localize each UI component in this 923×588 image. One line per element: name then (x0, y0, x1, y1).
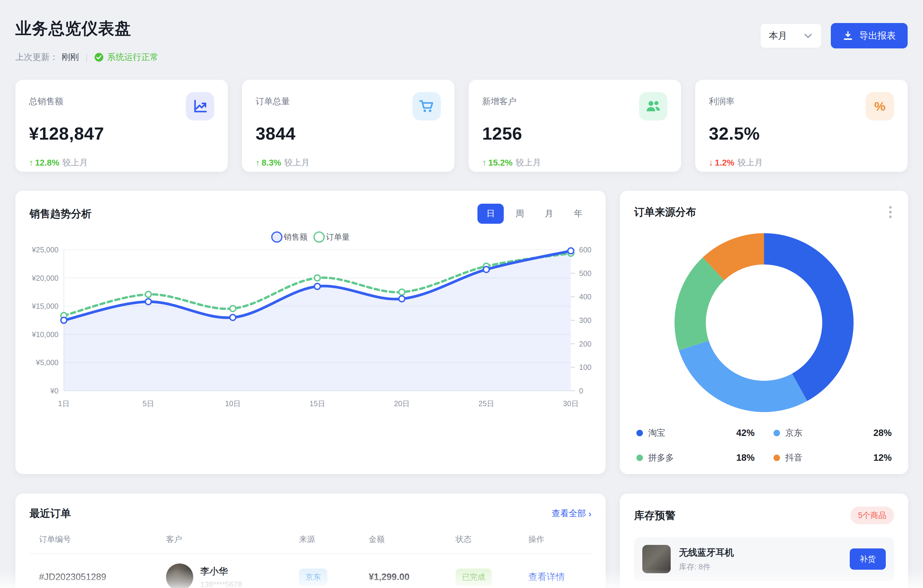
donut-legend-label: 京东 (785, 427, 803, 439)
svg-text:5日: 5日 (143, 400, 154, 408)
kpi-label: 总销售额 (29, 96, 63, 107)
svg-text:200: 200 (579, 340, 591, 348)
trend-tab-月[interactable]: 月 (536, 204, 562, 224)
page-header: 业务总览仪表盘 上次更新： 刚刚 | 系统运行正常 本月 (15, 9, 908, 63)
trend-tab-日[interactable]: 日 (478, 204, 504, 224)
trend-legend: 销售额订单量 (30, 231, 591, 242)
inventory-item: 无线蓝牙耳机库存: 8件补货 (634, 537, 894, 581)
kpi-card-top: 总销售额 (29, 92, 214, 120)
header-left: 业务总览仪表盘 上次更新： 刚刚 | 系统运行正常 (15, 9, 159, 63)
svg-text:1日: 1日 (58, 400, 70, 408)
svg-text:0: 0 (579, 387, 583, 395)
table-row: #JD2023051289李小华138****5678京东¥1,299.00已完… (30, 554, 591, 588)
legend-item: 销售额 (271, 231, 307, 242)
users-icon (639, 92, 667, 120)
kpi-delta-percent: 8.3% (262, 158, 281, 168)
last-update-label: 上次更新： (15, 51, 58, 63)
kpi-card: 总销售额¥128,847↑12.8%较上月 (15, 80, 228, 172)
product-name: 无线蓝牙耳机 (679, 546, 734, 559)
kpi-label: 利润率 (709, 96, 734, 107)
recent-orders-title: 最近订单 (30, 506, 71, 521)
customer-phone: 138****5678 (200, 580, 242, 588)
product-stock: 库存: 8件 (679, 562, 734, 572)
svg-text:¥20,000: ¥20,000 (31, 274, 59, 282)
kpi-delta-compare: 较上月 (737, 157, 763, 169)
svg-text:100: 100 (579, 363, 591, 371)
orders-column-header: 金额 (369, 534, 456, 554)
product-info: 无线蓝牙耳机库存: 8件 (679, 546, 734, 572)
chevron-down-icon (803, 31, 813, 41)
orders-column-header: 来源 (299, 534, 369, 554)
kpi-card: 利润率%32.5%↓1.2%较上月 (695, 80, 908, 172)
kpi-card-top: 订单总量 (256, 92, 441, 120)
kpi-row: 总销售额¥128,847↑12.8%较上月订单总量3844↑8.3%较上月新增客… (15, 80, 908, 172)
inventory-list: 无线蓝牙耳机库存: 8件补货智能手表 (634, 537, 894, 588)
view-all-label: 查看全部 (552, 508, 586, 519)
order-source-donut (634, 231, 894, 414)
trend-tab-周[interactable]: 周 (507, 204, 533, 224)
check-circle-icon (94, 52, 104, 62)
kpi-value: ¥128,847 (29, 123, 214, 144)
donut-legend-percent: 18% (736, 452, 755, 463)
inventory-card: 库存预警 5个商品 无线蓝牙耳机库存: 8件补货智能手表 (620, 493, 908, 588)
inventory-title: 库存预警 (634, 509, 675, 522)
bottom-row: 最近订单 查看全部 › 订单编号客户来源金额状态操作 #JD2023051289… (15, 493, 908, 588)
export-report-label: 导出报表 (859, 29, 896, 42)
export-report-button[interactable]: 导出报表 (831, 23, 908, 48)
kpi-label: 订单总量 (256, 96, 290, 107)
order-source-card-head: 订单来源分布 (634, 204, 894, 221)
orders-column-header: 订单编号 (39, 534, 166, 554)
product-image (642, 545, 671, 573)
download-icon (843, 30, 853, 41)
sales-trend-card-head: 销售趋势分析 日周月年 (30, 204, 591, 224)
subtitle-divider: | (85, 52, 88, 62)
donut-legend-item: 抖音12% (774, 452, 892, 464)
legend-label: 订单量 (326, 232, 350, 242)
kebab-menu-icon[interactable] (887, 204, 894, 221)
trend-tab-年[interactable]: 年 (565, 204, 591, 224)
svg-text:500: 500 (579, 269, 591, 277)
legend-dot-icon (774, 455, 780, 461)
inventory-card-head: 库存预警 5个商品 (634, 506, 894, 524)
order-amount: ¥1,299.00 (369, 572, 456, 582)
donut-legend-percent: 42% (736, 428, 755, 438)
svg-text:¥15,000: ¥15,000 (31, 302, 59, 310)
legend-marker-icon (314, 231, 325, 242)
legend-marker-icon (271, 231, 282, 242)
donut-legend-percent: 12% (874, 452, 892, 463)
svg-text:¥5,000: ¥5,000 (36, 358, 59, 367)
trend-period-tabs: 日周月年 (478, 204, 591, 224)
svg-text:%: % (874, 99, 885, 113)
svg-text:600: 600 (579, 246, 591, 254)
donut-legend-label: 淘宝 (648, 427, 665, 439)
kpi-card-top: 利润率% (709, 92, 894, 120)
orders-column-header: 操作 (528, 534, 591, 554)
period-select[interactable]: 本月 (760, 23, 822, 48)
cart-icon (412, 92, 441, 120)
restock-button[interactable]: 补货 (850, 549, 886, 570)
svg-text:¥10,000: ¥10,000 (31, 330, 59, 339)
orders-table: 订单编号客户来源金额状态操作 #JD2023051289李小华138****56… (30, 534, 591, 588)
kpi-delta-percent: 12.8% (35, 158, 59, 168)
view-detail-link[interactable]: 查看详情 (528, 571, 591, 583)
kpi-delta-compare: 较上月 (516, 157, 541, 169)
customer-name: 李小华 (200, 565, 242, 578)
sales-trend-card: 销售趋势分析 日周月年 销售额订单量 ¥0¥5,000¥10,000¥15,00… (15, 191, 606, 474)
svg-text:¥0: ¥0 (50, 387, 59, 395)
kpi-delta: ↑8.3%较上月 (256, 157, 441, 169)
svg-text:10日: 10日 (225, 400, 241, 408)
svg-text:15日: 15日 (310, 400, 325, 408)
kpi-delta: ↓1.2%较上月 (709, 157, 894, 169)
kpi-label: 新增客户 (482, 96, 516, 107)
order-source-card: 订单来源分布 淘宝42%京东28%拼多多18%抖音12% (620, 191, 908, 474)
donut-legend-item: 淘宝42% (636, 427, 755, 439)
order-status-cell: 已完成 (456, 568, 528, 586)
charts-row: 销售趋势分析 日周月年 销售额订单量 ¥0¥5,000¥10,000¥15,00… (15, 191, 908, 474)
orders-table-body: #JD2023051289李小华138****5678京东¥1,299.00已完… (30, 554, 591, 588)
header-controls: 本月 导出报表 (760, 23, 908, 48)
donut-legend-percent: 28% (874, 428, 892, 438)
view-all-link[interactable]: 查看全部 › (552, 508, 591, 519)
inventory-count-badge: 5个商品 (850, 506, 894, 524)
kpi-value: 32.5% (709, 123, 894, 144)
trend-down-icon: ↓ (709, 158, 713, 168)
